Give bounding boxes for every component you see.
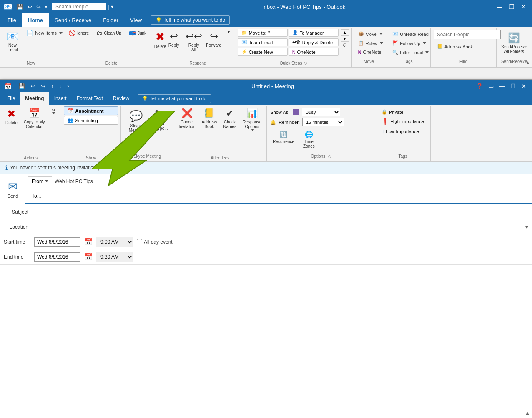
meeting-prev-btn[interactable]: ↑ [49, 82, 56, 90]
tab-file[interactable]: File [2, 13, 22, 27]
meeting-ribbon-outer: File Meeting Insert Format Text Review 💡… [0, 92, 532, 162]
save-btn[interactable]: 💾 [15, 3, 25, 11]
meeting-tell-me[interactable]: 💡 Tell me what you want to do [138, 94, 211, 103]
find-search-input[interactable] [434, 30, 501, 39]
reply-btn[interactable]: ↩ Reply [165, 28, 183, 50]
send-receive-all-btn[interactable]: 🔄 Send/ReceiveAll Folders [500, 30, 528, 56]
end-date-input[interactable] [34, 252, 80, 262]
cancel-invitation-btn[interactable]: ❌ CancelInvitation [176, 106, 198, 131]
meeting-form: ℹ You haven't sent this meeting invitati… [0, 162, 532, 418]
address-book-meeting-btn[interactable]: 📒 AddressBook [199, 106, 220, 131]
qs-expand[interactable]: ⬡ [341, 42, 349, 48]
meeting-ribbon-collapse[interactable]: ▲ [525, 410, 530, 416]
ribbon-collapse-btn[interactable]: ▲ [525, 60, 530, 65]
reply-delete-btn[interactable]: ↩🗑 Reply & Delete [289, 38, 339, 46]
meeting-minimize-btn[interactable]: — [497, 82, 507, 90]
all-day-checkbox[interactable] [137, 239, 142, 244]
delete-meeting-btn[interactable]: ✖ Delete [3, 106, 20, 127]
body-input[interactable] [4, 268, 528, 352]
check-names-btn[interactable]: ✔ CheckNames [221, 106, 239, 131]
high-importance-icon: ❗ [381, 118, 389, 125]
more-respond-btn[interactable]: ▾ [225, 28, 233, 35]
redo-btn[interactable]: ↪ [35, 3, 43, 11]
tell-me[interactable]: 💡 Tell me what you want to do [151, 15, 230, 25]
start-date-input[interactable] [34, 237, 80, 247]
high-importance-btn[interactable]: ❗ High Importance [379, 117, 427, 126]
forward-meeting-btn[interactable]: ↪ [48, 106, 58, 116]
private-btn[interactable]: 🔒 Private [379, 108, 427, 116]
move-main-btn[interactable]: 📦 Move [355, 30, 386, 38]
recurrence-btn[interactable]: 🔃 Recurrence [270, 129, 297, 150]
search-people-input[interactable] [52, 3, 106, 10]
all-day-label[interactable]: All day event [137, 239, 173, 245]
new-items-btn[interactable]: 📄 New Items [23, 28, 65, 38]
meeting-tab-review[interactable]: Review [108, 92, 134, 105]
end-time-select[interactable]: 9:30 AM 10:00 AM 10:30 AM [96, 252, 133, 262]
quick-steps-label: Quick Steps ⬡ [238, 60, 349, 67]
restore-btn[interactable]: ❐ [507, 3, 517, 11]
appointment-btn[interactable]: 📅 Appointment [64, 106, 118, 115]
meeting-customize-btn[interactable]: ▾ [65, 83, 71, 89]
new-email-btn[interactable]: 📧 NewEmail [3, 28, 22, 54]
subject-input[interactable] [32, 206, 532, 217]
meeting-help-btn[interactable]: ❓ [474, 82, 485, 90]
meeting-restore-btn[interactable]: ❐ [509, 82, 518, 90]
meeting-tab-file[interactable]: File [2, 92, 20, 105]
forward-meeting-icon: ↪ [52, 108, 55, 112]
follow-up-btn[interactable]: 🚩 Follow Up [389, 39, 429, 47]
onenote-qs-btn[interactable]: N OneNote [289, 48, 339, 56]
location-input[interactable] [32, 222, 522, 232]
forward-btn[interactable]: ↪ Forward [205, 28, 223, 50]
join-skype-btn[interactable]: 📞 JoinSkype... [150, 108, 171, 132]
end-cal-icon[interactable]: 📅 [84, 253, 93, 261]
unread-read-btn[interactable]: 📧 Unread/ Read [389, 30, 432, 38]
move-to-btn[interactable]: 📁 Move to: ? [238, 29, 288, 37]
minimize-btn[interactable]: — [494, 3, 505, 11]
tab-folder[interactable]: Folder [97, 13, 124, 27]
tab-view[interactable]: View [124, 13, 148, 27]
address-book-btn[interactable]: 📒 Address Book [434, 43, 476, 50]
meeting-undo-btn[interactable]: ↩ [28, 82, 38, 90]
filter-email-btn[interactable]: 🔍 Filter Email [389, 48, 432, 56]
ignore-btn[interactable]: 🚫 Ignore [65, 28, 92, 38]
time-zones-btn[interactable]: 🌐 TimeZones [299, 129, 319, 150]
onenote-move-btn[interactable]: N OneNote [355, 48, 384, 56]
meeting-redo-btn[interactable]: ↪ [39, 82, 48, 90]
team-email-btn[interactable]: 📧 Team Email [238, 38, 288, 46]
to-input[interactable] [48, 191, 532, 201]
rules-btn[interactable]: 📋 Rules [355, 39, 386, 47]
start-cal-icon[interactable]: 📅 [84, 238, 93, 246]
qs-scroll-up[interactable]: ▲ [341, 29, 349, 35]
to-manager-btn[interactable]: 👤 To Manager [289, 29, 339, 37]
meeting-tab-insert[interactable]: Insert [49, 92, 72, 105]
show-as-select[interactable]: Busy Free Tentative Out of Office [302, 108, 340, 116]
start-time-select[interactable]: 9:00 AM 9:30 AM 10:00 AM [96, 237, 133, 247]
reminder-select[interactable]: 15 minutes 5 minutes 30 minutes 1 hour [302, 118, 344, 126]
close-btn[interactable]: ✕ [519, 3, 529, 11]
meeting-body-area[interactable] [0, 264, 532, 355]
location-dropdown-arrow[interactable]: ▾ [522, 222, 532, 232]
tab-send-receive[interactable]: Send / Receive [49, 13, 97, 27]
reply-all-btn[interactable]: ↩↩ ReplyAll [185, 28, 203, 54]
junk-btn[interactable]: 📪 Junk [126, 28, 149, 38]
to-btn[interactable]: To... [28, 191, 45, 201]
low-importance-btn[interactable]: ↓ Low Importance [379, 127, 427, 136]
meeting-close-btn[interactable]: ✕ [519, 82, 528, 90]
customize-qa[interactable]: ▾ [43, 4, 49, 10]
meeting-save-btn[interactable]: 💾 [16, 82, 27, 90]
skype-meeting-btn[interactable]: 💬 SkypeMeeting [123, 108, 148, 134]
response-options-btn[interactable]: 📊 ResponseOptions [240, 106, 264, 133]
tab-home[interactable]: Home [22, 13, 49, 27]
qs-scroll-down[interactable]: ▼ [341, 35, 349, 42]
from-btn[interactable]: From [28, 176, 52, 186]
meeting-ribbon-content: ✖ Delete 📅 Copy to MyCalendar ↪ Actions [0, 105, 532, 162]
undo-btn[interactable]: ↩ [26, 3, 34, 11]
create-new-btn[interactable]: ⚡ Create New [238, 48, 288, 56]
clean-up-btn[interactable]: 🗂 Clean Up [93, 28, 124, 38]
copy-calendar-btn[interactable]: 📅 Copy to MyCalendar [21, 106, 48, 131]
meeting-ribbon-btn[interactable]: ▭ [487, 82, 496, 90]
meeting-tab-meeting[interactable]: Meeting [20, 92, 49, 105]
meeting-tab-format[interactable]: Format Text [72, 92, 108, 105]
scheduling-btn[interactable]: 👥 Scheduling [64, 116, 118, 125]
meeting-next-btn[interactable]: ↓ [57, 82, 64, 90]
